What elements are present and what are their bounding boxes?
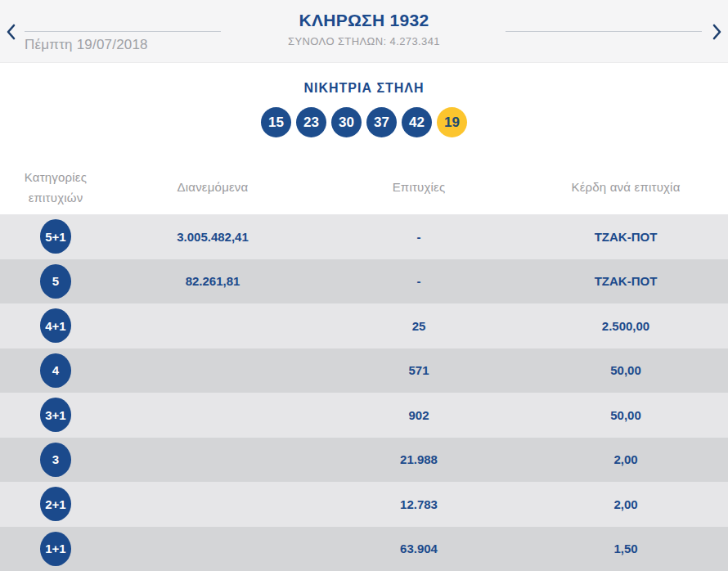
table-row: 5 82.261,81 - ΤΖΑΚ-ΠΟΤ: [0, 259, 728, 304]
category-badge: 5: [40, 264, 71, 299]
prize-per-win: 50,00: [524, 363, 728, 377]
joker-draw-results-page: Πέμπτη 19/07/2018 ΚΛΗΡΩΣΗ 1932 ΣΥΝΟΛΟ ΣΤ…: [0, 0, 728, 571]
joker-number-ball: 19: [437, 107, 467, 137]
prize-per-win: 2,00: [524, 452, 728, 466]
winning-column-section: ΝΙΚΗΤΡΙΑ ΣΤΗΛΗ 152330374219: [0, 63, 728, 160]
wins-count: 25: [314, 319, 524, 333]
prize-per-win: ΤΖΑΚ-ΠΟΤ: [524, 230, 728, 244]
table-row: 4+1 25 2.500,00: [0, 303, 728, 348]
wins-count: 902: [314, 408, 524, 422]
column-header-wins: Επιτυχίες: [314, 177, 524, 198]
wins-count: 12.783: [314, 497, 524, 511]
table-row: 2+1 12.783 2,00: [0, 482, 728, 527]
chevron-right-icon: [708, 23, 726, 41]
winning-numbers: 152330374219: [0, 107, 728, 137]
distributed-amount: 3.005.482,41: [111, 230, 314, 244]
draw-columns-total: ΣΥΝΟΛΟ ΣΤΗΛΩΝ: 4.273.341: [0, 35, 728, 47]
winning-column-title: ΝΙΚΗΤΡΙΑ ΣΤΗΛΗ: [0, 63, 728, 96]
wins-count: -: [314, 230, 524, 244]
distributed-amount: 82.261,81: [111, 274, 314, 288]
header-divider-left: [25, 31, 221, 32]
category-badge: 4+1: [40, 308, 71, 343]
draw-title: ΚΛΗΡΩΣΗ 1932: [0, 11, 728, 30]
wins-count: 21.988: [314, 452, 524, 466]
wins-count: 571: [314, 363, 524, 377]
category-badge: 5+1: [40, 219, 71, 254]
results-table: Κατηγορίες επιτυχιών Διανεμόμενα Επιτυχί…: [0, 160, 728, 571]
winning-number-ball: 37: [366, 107, 397, 137]
wins-count: 63.904: [314, 542, 524, 555]
wins-count: -: [314, 274, 524, 288]
table-row: 3 21.988 2,00: [0, 438, 728, 483]
prize-per-win: 1,50: [524, 542, 728, 555]
table-row: 1+1 63.904 1,50: [0, 527, 728, 571]
next-draw-button[interactable]: [708, 23, 726, 41]
table-row: 5+1 3.005.482,41 - ΤΖΑΚ-ΠΟΤ: [0, 214, 728, 259]
prize-per-win: 2.500,00: [524, 319, 728, 333]
category-badge: 3+1: [40, 398, 71, 432]
draw-header: Πέμπτη 19/07/2018 ΚΛΗΡΩΣΗ 1932 ΣΥΝΟΛΟ ΣΤ…: [0, 0, 728, 63]
category-badge: 3: [40, 443, 71, 477]
header-divider-right: [506, 31, 702, 32]
column-header-distributed: Διανεμόμενα: [111, 177, 314, 198]
category-badge: 2+1: [40, 487, 71, 521]
prize-per-win: 50,00: [524, 408, 728, 422]
results-table-body: 5+1 3.005.482,41 - ΤΖΑΚ-ΠΟΤ 5 82.261,81 …: [0, 214, 728, 571]
winning-number-ball: 42: [402, 107, 432, 137]
prize-per-win: 2,00: [524, 497, 728, 511]
winning-number-ball: 30: [331, 107, 362, 137]
column-header-categories: Κατηγορίες επιτυχιών: [0, 167, 111, 209]
table-row: 3+1 902 50,00: [0, 393, 728, 438]
table-row: 4 571 50,00: [0, 348, 728, 393]
column-header-prize: Κέρδη ανά επιτυχία: [524, 177, 728, 198]
category-badge: 4: [40, 353, 71, 388]
results-table-header: Κατηγορίες επιτυχιών Διανεμόμενα Επιτυχί…: [0, 160, 728, 214]
category-badge: 1+1: [40, 532, 71, 566]
prize-per-win: ΤΖΑΚ-ΠΟΤ: [524, 274, 728, 288]
winning-number-ball: 23: [296, 107, 326, 137]
winning-number-ball: 15: [261, 107, 291, 137]
